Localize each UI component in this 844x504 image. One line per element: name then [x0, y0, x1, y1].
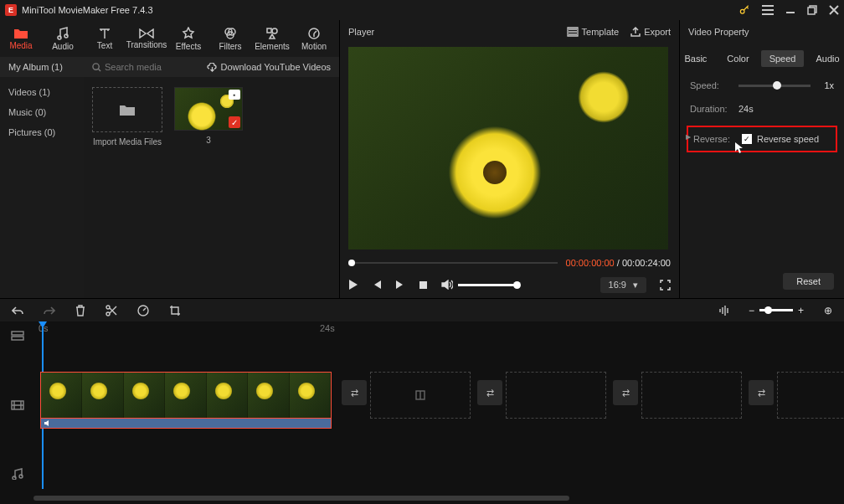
search-icon — [92, 63, 101, 72]
speed-value: 1x — [819, 80, 834, 90]
duration-label: Duration: — [690, 104, 730, 114]
zoom-in-button[interactable]: + — [798, 305, 804, 316]
tab-basic[interactable]: Basic — [676, 50, 715, 67]
crop-button[interactable] — [169, 305, 181, 316]
svg-rect-15 — [12, 332, 23, 335]
svg-point-8 — [272, 28, 277, 33]
filters-icon — [224, 27, 237, 40]
app-title: MiniTool MovieMaker Free 7.4.3 — [22, 5, 738, 15]
album-label: My Album (1) — [8, 62, 92, 72]
zoom-slider[interactable]: − + — [749, 305, 804, 316]
tool-effects[interactable]: Effects — [167, 20, 209, 57]
audio-strip[interactable] — [40, 419, 332, 429]
main-toolbar: Media Audio Text Transitions Effects Fil… — [0, 20, 339, 57]
tab-speed[interactable]: Speed — [761, 50, 805, 67]
delete-button[interactable] — [75, 305, 85, 316]
volume-slider[interactable] — [441, 280, 517, 290]
transition-slot[interactable]: ⇄ — [477, 380, 502, 405]
drop-zone[interactable] — [370, 372, 471, 419]
tab-audio[interactable]: Audio — [807, 50, 844, 67]
play-button[interactable] — [348, 279, 358, 291]
svg-point-3 — [64, 34, 68, 38]
music-icon — [56, 27, 69, 40]
time-current: 00:00:00:00 — [566, 258, 615, 268]
tool-transitions[interactable]: Transitions — [126, 20, 167, 57]
speaker-icon — [44, 419, 53, 427]
time-total: 00:00:24:00 — [622, 258, 671, 268]
timeline-audio-icon[interactable] — [718, 305, 728, 316]
svg-rect-11 — [419, 281, 427, 289]
tool-audio[interactable]: Audio — [42, 20, 84, 57]
video-clip[interactable] — [40, 372, 332, 419]
import-media-button[interactable] — [92, 87, 162, 132]
track-video-icon[interactable] — [0, 390, 35, 420]
svg-point-13 — [106, 306, 110, 309]
tool-motion[interactable]: Motion — [293, 20, 335, 57]
export-button[interactable]: Export — [630, 27, 671, 37]
track-audio-icon[interactable] — [0, 459, 35, 489]
speed-button[interactable] — [137, 305, 149, 316]
drop-zone[interactable] — [777, 372, 844, 419]
tool-filters[interactable]: Filters — [209, 20, 251, 57]
svg-point-2 — [58, 36, 61, 39]
zoom-fit-button[interactable]: ⊕ — [824, 305, 832, 316]
drop-zone[interactable] — [641, 372, 742, 419]
app-icon: E — [5, 4, 17, 16]
tab-color[interactable]: Color — [718, 50, 757, 67]
key-icon[interactable] — [738, 4, 750, 16]
timeline-ruler[interactable]: 0s 24s — [35, 321, 844, 337]
duration-value: 24s — [738, 104, 754, 114]
stop-button[interactable] — [419, 280, 428, 290]
fullscreen-button[interactable] — [660, 280, 671, 291]
tool-media[interactable]: Media — [0, 20, 42, 57]
tool-elements[interactable]: Elements — [251, 20, 293, 57]
sidebar-item-pictures[interactable]: Pictures (0) — [0, 122, 84, 142]
zoom-out-button[interactable]: − — [749, 305, 754, 316]
prev-button[interactable] — [372, 280, 382, 290]
media-thumbnail[interactable]: ▪ ✓ — [174, 87, 243, 131]
redo-button[interactable] — [44, 306, 55, 316]
timeline-scrollbar[interactable] — [33, 496, 569, 501]
speed-slider[interactable] — [738, 85, 811, 87]
close-button[interactable] — [829, 5, 839, 15]
reverse-section: ▶ Reverse: ✓ Reverse speed — [687, 126, 837, 152]
speed-label: Speed: — [690, 80, 730, 90]
track-layers-icon[interactable] — [0, 321, 35, 352]
transitions-icon — [139, 28, 154, 39]
import-label: Import Media Files — [93, 137, 162, 147]
player-title: Player — [348, 27, 374, 37]
split-button[interactable] — [106, 305, 117, 316]
transition-slot[interactable]: ⇄ — [342, 380, 367, 405]
aspect-ratio-select[interactable]: 16:9 ▾ — [600, 277, 646, 293]
reset-button[interactable]: Reset — [783, 273, 834, 290]
property-title: Video Property — [688, 27, 749, 37]
transition-slot[interactable]: ⇄ — [749, 380, 774, 405]
video-badge-icon: ▪ — [229, 90, 240, 100]
reverse-label: Reverse: — [693, 134, 730, 144]
transition-slot[interactable]: ⇄ — [613, 380, 638, 405]
next-button[interactable] — [395, 280, 405, 290]
template-button[interactable]: Template — [567, 27, 620, 37]
sidebar-item-videos[interactable]: Videos (1) — [0, 82, 84, 102]
sidebar-item-music[interactable]: Music (0) — [0, 102, 84, 122]
elements-icon — [265, 27, 279, 40]
folder-icon — [13, 28, 28, 39]
undo-button[interactable] — [12, 306, 23, 316]
caret-right-icon: ▶ — [686, 133, 691, 141]
drop-zone[interactable] — [506, 372, 606, 419]
svg-rect-16 — [12, 337, 23, 340]
menu-icon[interactable] — [762, 5, 774, 15]
svg-point-19 — [19, 475, 23, 478]
selected-check-icon: ✓ — [229, 116, 240, 128]
tool-text[interactable]: Text — [84, 20, 126, 57]
effects-icon — [182, 27, 195, 40]
maximize-button[interactable] — [807, 5, 817, 15]
motion-icon — [307, 27, 321, 40]
search-input[interactable]: Search media — [92, 62, 162, 72]
thumbnail-label: 3 — [206, 136, 211, 145]
cloud-download-icon — [207, 63, 218, 72]
player-progress[interactable]: 00:00:00:00 / 00:00:24:00 — [348, 258, 671, 268]
export-icon — [630, 27, 641, 37]
download-youtube-link[interactable]: Download YouTube Videos — [207, 62, 332, 72]
minimize-button[interactable] — [785, 5, 795, 15]
